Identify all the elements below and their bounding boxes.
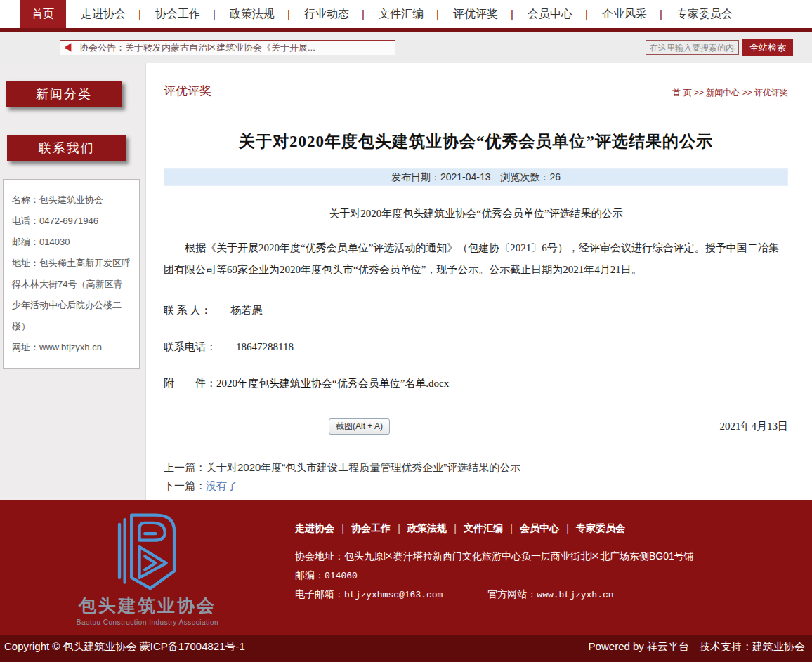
sidebar-contact-box: 名称：包头建筑业协会 电话：0472-6971946 邮编：014030 地址：… <box>3 179 140 369</box>
content-header: 评优评奖 首 页 >> 新闻中心 >> 评优评奖 <box>164 83 788 105</box>
screenshot-row: 截图(Alt + A) 2021年4月13日 <box>164 418 788 435</box>
nav-item-about[interactable]: 走进协会 <box>66 0 140 28</box>
bottom-bar: Copyright © 包头建筑业协会 蒙ICP备17004821号-1 Pow… <box>0 635 812 662</box>
nav-item-policies[interactable]: 政策法规 <box>215 0 289 28</box>
article-title: 关于对2020年度包头建筑业协会“优秀会员单位”评选结果的公示 <box>164 131 788 152</box>
next-article-row: 下一篇：没有了 <box>164 477 788 495</box>
breadcrumb[interactable]: 首 页 >> 新闻中心 >> 评优评奖 <box>672 87 788 99</box>
footer-logo-name: 包头建筑业协会 <box>79 594 216 617</box>
contact-phone-label: 联系电话： <box>164 341 216 352</box>
nav-item-industry-news[interactable]: 行业动态 <box>289 0 364 28</box>
footer: 包头建筑业协会 Baotou Construction Industry Ass… <box>0 500 812 635</box>
contact-phone-value: 18647288118 <box>236 341 294 352</box>
site-search-button[interactable]: 全站检索 <box>742 39 793 56</box>
nav-list: 首页 走进协会 协会工作 政策法规 行业动态 文件汇编 评优评奖 会员中心 企业… <box>20 0 747 28</box>
footer-link-association-work[interactable]: 协会工作 <box>351 522 400 535</box>
section-title: 评优评奖 <box>164 83 211 99</box>
nav-item-awards[interactable]: 评优评奖 <box>438 0 513 28</box>
footer-logo-caption: Baotou Construction Industry Association <box>77 618 218 626</box>
screenshot-button[interactable]: 截图(Alt + A) <box>329 418 390 435</box>
contact-line-website: 网址：www.btjzyxh.cn <box>12 337 131 358</box>
powered-by-text: Powered by 祥云平台 技术支持：建筑业协会 <box>589 640 805 654</box>
search-input[interactable] <box>646 40 739 55</box>
speaker-icon <box>65 42 75 53</box>
footer-link-member-center[interactable]: 会员中心 <box>520 522 569 535</box>
contact-name-label: 联 系 人： <box>164 305 211 316</box>
footer-email-label: 电子邮箱： <box>295 588 344 600</box>
article-subtitle: 关于对2020年度包头建筑业协会“优秀会员单位”评选结果的公示 <box>164 207 788 220</box>
prev-next-block: 上一篇：关于对2020年度“包头市建设工程质量管理优秀企业”评选结果的公示 下一… <box>164 458 788 495</box>
nav-item-home[interactable]: 首页 <box>20 0 66 28</box>
footer-zip-row: 邮编：014060 <box>295 569 694 582</box>
announcement-text[interactable]: 关于转发内蒙古自治区建筑业协会《关于开展... <box>125 41 315 54</box>
footer-address-row: 协会地址：包头九原区赛汗塔拉新西门文化旅游中心负一层商业街北区北广场东侧BG01… <box>295 550 694 563</box>
announcement-band: 协会公告： 关于转发内蒙古自治区建筑业协会《关于开展... 全站检索 <box>0 32 812 63</box>
contact-line-name: 名称：包头建筑业协会 <box>12 190 131 211</box>
top-navigation: 首页 走进协会 协会工作 政策法规 行业动态 文件汇编 评优评奖 会员中心 企业… <box>0 0 812 28</box>
nav-item-member-center[interactable]: 会员中心 <box>513 0 587 28</box>
footer-logo-block: 包头建筑业协会 Baotou Construction Industry Ass… <box>0 500 295 635</box>
contact-name-value: 杨若愚 <box>231 305 263 316</box>
footer-link-policies[interactable]: 政策法规 <box>407 522 457 535</box>
association-logo-icon <box>106 508 189 591</box>
contact-phone-row: 联系电话：18647288118 <box>164 340 788 354</box>
next-article-link[interactable]: 没有了 <box>206 479 237 491</box>
next-label: 下一篇： <box>164 479 206 491</box>
footer-zip-label: 邮编： <box>295 569 325 581</box>
announcement-box: 协会公告： 关于转发内蒙古自治区建筑业协会《关于开展... <box>60 40 395 55</box>
article-panel: 评优评奖 首 页 >> 新闻中心 >> 评优评奖 关于对2020年度包头建筑业协… <box>146 63 812 500</box>
sidebar-news-categories-header[interactable]: 新闻分类 <box>6 81 122 107</box>
prev-label: 上一篇： <box>164 461 206 473</box>
nav-item-documents[interactable]: 文件汇编 <box>364 0 438 28</box>
sidebar: 新闻分类 联系我们 名称：包头建筑业协会 电话：0472-6971946 邮编：… <box>0 63 146 500</box>
footer-links: 走进协会 协会工作 政策法规 文件汇编 会员中心 专家委员会 <box>295 522 694 535</box>
footer-link-about[interactable]: 走进协会 <box>295 522 344 535</box>
announcement-label: 协会公告： <box>79 41 125 54</box>
prev-article-row: 上一篇：关于对2020年度“包头市建设工程质量管理优秀企业”评选结果的公示 <box>164 458 788 477</box>
copyright-text: Copyright © 包头建筑业协会 蒙ICP备17004821号-1 <box>4 640 245 654</box>
contact-line-zip: 邮编：014030 <box>12 232 131 253</box>
footer-address-value: 包头九原区赛汗塔拉新西门文化旅游中心负一层商业街北区北广场东侧BG01号铺 <box>344 550 694 562</box>
footer-address-label: 协会地址： <box>295 550 344 562</box>
footer-zip-value: 014060 <box>325 571 358 581</box>
footer-site-value: www.btjzyxh.cn <box>537 590 613 600</box>
sidebar-contact-header[interactable]: 联系我们 <box>7 135 126 161</box>
footer-email-row: 电子邮箱：btjzyxhmsc@163.com 官方网站：www.btjzyxh… <box>295 588 694 601</box>
article-date: 2021年4月13日 <box>720 420 789 433</box>
footer-link-expert-committee[interactable]: 专家委员会 <box>576 522 635 535</box>
footer-email-value: btjzyxhmsc@163.com <box>344 590 443 600</box>
contact-line-address: 地址：包头稀土高新开发区呼得木林大街74号（高新区青少年活动中心后院办公楼二楼） <box>12 253 131 337</box>
footer-info-block: 走进协会 协会工作 政策法规 文件汇编 会员中心 专家委员会 协会地址：包头九原… <box>295 500 694 635</box>
attachment-row: 附 件：2020年度包头建筑业协会“优秀会员单位”名单.docx <box>164 377 788 390</box>
prev-article-link[interactable]: 关于对2020年度“包头市建设工程质量管理优秀企业”评选结果的公示 <box>206 461 520 473</box>
main-region: 新闻分类 联系我们 名称：包头建筑业协会 电话：0472-6971946 邮编：… <box>0 63 812 500</box>
article-paragraph: 根据《关于开展2020年度“优秀会员单位”评选活动的通知》（包建协〔2021〕6… <box>164 237 788 281</box>
attachment-label: 附 件： <box>164 378 216 389</box>
nav-item-association-work[interactable]: 协会工作 <box>140 0 215 28</box>
footer-site-label: 官方网站： <box>487 588 537 600</box>
nav-item-expert-committee[interactable]: 专家委员会 <box>662 0 747 28</box>
contact-name-row: 联 系 人：杨若愚 <box>164 304 788 317</box>
attachment-link[interactable]: 2020年度包头建筑业协会“优秀会员单位”名单.docx <box>216 378 449 389</box>
footer-link-documents[interactable]: 文件汇编 <box>464 522 513 535</box>
contact-line-phone: 电话：0472-6971946 <box>12 211 131 232</box>
article-meta-bar: 发布日期：2021-04-13 浏览次数：26 <box>164 168 788 186</box>
nav-item-enterprise[interactable]: 企业风采 <box>587 0 662 28</box>
search-area: 全站检索 <box>646 39 793 56</box>
